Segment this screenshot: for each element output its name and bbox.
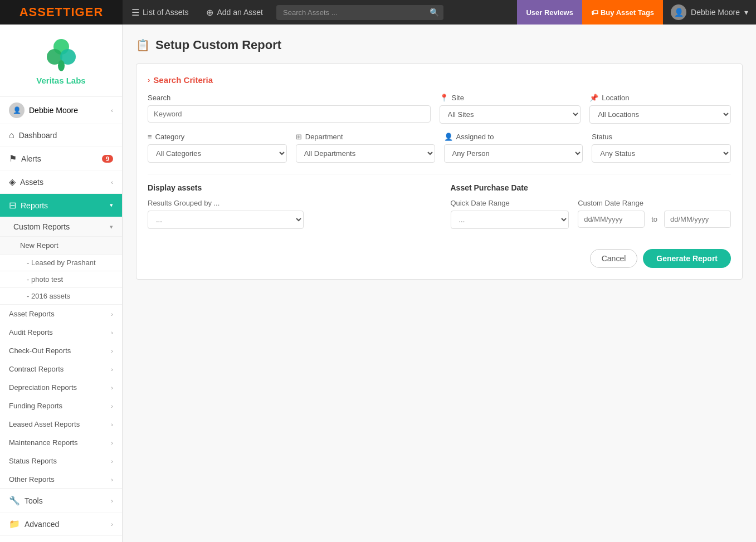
date-to-separator: to	[649, 215, 660, 223]
audit-reports-group[interactable]: Audit Reports ›	[0, 323, 122, 341]
saved-report-2[interactable]: - 2016 assets	[0, 288, 122, 305]
custom-reports-header[interactable]: Custom Reports ▾	[0, 217, 122, 237]
sidebar-logo: Veritas Labs	[0, 25, 122, 97]
chevron-right-icon: ›	[111, 366, 113, 373]
quick-date-select[interactable]: ...	[451, 211, 569, 229]
contract-reports-group[interactable]: Contract Reports ›	[0, 360, 122, 378]
chevron-down-icon: ▾	[110, 202, 113, 209]
chevron-right-icon: ›	[111, 329, 113, 336]
quick-date-section: Quick Date Range ...	[451, 199, 569, 229]
display-assets-title: Display assets	[148, 183, 428, 192]
user-avatar: 👤	[671, 4, 686, 20]
location-group: 📌 Location All Locations	[589, 94, 731, 124]
main-layout: Veritas Labs 👤 Debbie Moore ‹ ⌂ Dashboar…	[0, 25, 756, 542]
svg-point-3	[58, 60, 65, 71]
sidebar-item-assets[interactable]: ◈ Assets ‹	[0, 170, 122, 194]
results-grouped-section: Results Grouped by ... ...	[148, 199, 428, 229]
chevron-right-icon: ›	[111, 348, 113, 354]
dashboard-icon: ⌂	[9, 130, 14, 140]
maintenance-reports-group[interactable]: Maintenance Reports ›	[0, 433, 122, 452]
assigned-to-select[interactable]: Any Person	[444, 144, 583, 163]
site-group: 📍 Site All Sites	[440, 94, 581, 124]
depreciation-reports-group[interactable]: Depreciation Reports ›	[0, 378, 122, 397]
leased-reports-label: Leased Asset Reports	[9, 420, 80, 428]
brand-name: ASSETTIGER	[19, 5, 104, 19]
search-criteria-label: Search Criteria	[153, 75, 213, 85]
list-assets-link[interactable]: ☰ List of Assets	[123, 0, 197, 25]
purchase-date-grid: Quick Date Range ... Custom Date Range t…	[451, 199, 731, 238]
custom-reports-label: Custom Reports	[13, 222, 70, 231]
purchase-date-section: Asset Purchase Date Quick Date Range ...…	[451, 183, 731, 238]
location-icon: 📌	[589, 94, 598, 102]
search-keyword-input[interactable]	[148, 105, 431, 123]
date-from-input[interactable]	[578, 211, 645, 228]
date-to-input[interactable]	[664, 211, 731, 228]
search-input[interactable]	[276, 5, 443, 20]
status-reports-group[interactable]: Status Reports ›	[0, 452, 122, 470]
department-select[interactable]: All Departments	[296, 144, 435, 163]
asset-reports-group[interactable]: Asset Reports ›	[0, 305, 122, 323]
chevron-right-icon: ›	[111, 384, 113, 391]
results-grouped-select[interactable]: ...	[148, 211, 304, 229]
saved-report-1-label: - photo test	[27, 275, 63, 284]
sidebar-user-name: Debbie Moore	[29, 106, 78, 115]
custom-report-form: › Search Criteria Search 📍 Site	[136, 64, 743, 280]
chevron-right-icon: ›	[111, 311, 113, 318]
category-select[interactable]: All Categories	[148, 144, 287, 163]
form-actions: Cancel Generate Report	[148, 249, 731, 268]
status-select[interactable]: Any Status	[592, 144, 731, 163]
add-asset-label: Add an Asset	[217, 8, 263, 17]
date-range-row: to	[578, 211, 731, 228]
advanced-icon: 📁	[9, 519, 20, 529]
add-icon: ⊕	[206, 7, 213, 18]
category-label: ≡ Category	[148, 133, 287, 141]
sidebar-user[interactable]: 👤 Debbie Moore ‹	[0, 97, 122, 124]
generate-report-button[interactable]: Generate Report	[643, 249, 731, 268]
assets-icon: ◈	[9, 177, 16, 187]
purchase-date-title: Asset Purchase Date	[451, 183, 731, 192]
other-reports-group[interactable]: Other Reports ›	[0, 470, 122, 489]
page-title-text: Setup Custom Report	[155, 38, 281, 52]
tools-icon: 🔧	[9, 495, 20, 506]
cancel-button[interactable]: Cancel	[590, 249, 638, 268]
chevron-right-icon: ›	[111, 403, 113, 409]
new-report-label: New Report	[20, 241, 58, 250]
sidebar-item-alerts[interactable]: ⚑ Alerts 9	[0, 147, 122, 170]
leased-reports-group[interactable]: Leased Asset Reports ›	[0, 415, 122, 433]
chevron-right-icon: ›	[111, 521, 113, 528]
sidebar-item-dashboard[interactable]: ⌂ Dashboard	[0, 124, 122, 147]
user-reviews-button[interactable]: User Reviews	[517, 0, 582, 25]
form-row-2: ≡ Category All Categories ⊞ Department A…	[148, 133, 731, 163]
assigned-to-label: 👤 Assigned to	[444, 133, 583, 141]
checkout-reports-group[interactable]: Check-Out Reports ›	[0, 341, 122, 360]
checkout-reports-label: Check-Out Reports	[9, 346, 71, 355]
funding-reports-group[interactable]: Funding Reports ›	[0, 397, 122, 415]
department-label: ⊞ Department	[296, 133, 435, 141]
site-icon: 📍	[440, 94, 448, 102]
sidebar-item-label-assets: Assets	[20, 178, 43, 187]
location-select[interactable]: All Locations	[589, 105, 731, 124]
custom-date-section: Custom Date Range to	[578, 199, 731, 229]
saved-report-1[interactable]: - photo test	[0, 271, 122, 288]
sidebar-item-advanced[interactable]: 📁 Advanced ›	[0, 512, 122, 536]
chevron-right-icon: ›	[111, 497, 113, 504]
department-icon: ⊞	[296, 133, 302, 141]
saved-report-0[interactable]: - Leased by Prashant	[0, 255, 122, 271]
custom-date-label: Custom Date Range	[578, 199, 731, 207]
chevron-left-icon: ‹	[111, 179, 113, 185]
new-report-item[interactable]: New Report	[0, 237, 122, 255]
main-content: 📋 Setup Custom Report › Search Criteria …	[123, 25, 756, 542]
chevron-right-icon: ›	[111, 421, 113, 428]
add-asset-link[interactable]: ⊕ Add an Asset	[197, 0, 272, 25]
user-menu[interactable]: 👤 Debbie Moore ▾	[663, 0, 756, 25]
chevron-left-icon: ‹	[111, 107, 113, 114]
sidebar-item-tools[interactable]: 🔧 Tools ›	[0, 489, 122, 512]
display-section: Display assets Results Grouped by ... ..…	[148, 183, 731, 238]
site-select[interactable]: All Sites	[440, 105, 581, 124]
search-icon: 🔍	[430, 8, 439, 17]
other-reports-label: Other Reports	[9, 475, 55, 484]
status-reports-label: Status Reports	[9, 457, 57, 465]
sidebar-item-reports[interactable]: ⊟ Reports ▾	[0, 194, 122, 217]
buy-asset-tags-button[interactable]: Buy Asset Tags	[582, 0, 663, 25]
user-name: Debbie Moore	[691, 8, 740, 17]
